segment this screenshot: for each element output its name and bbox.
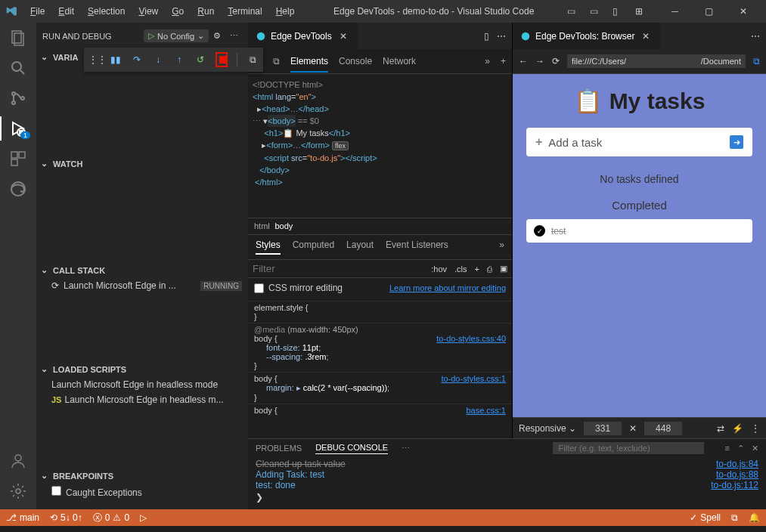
console-filter-input[interactable]	[553, 442, 704, 454]
css-tab-events[interactable]: Event Listeners	[386, 240, 448, 255]
devtools-tab-network[interactable]: Network	[383, 56, 416, 66]
css-filter-input[interactable]	[253, 263, 423, 274]
more-icon[interactable]: ⋯	[230, 31, 242, 41]
settings-icon[interactable]	[9, 482, 27, 500]
device-icon[interactable]: ⧉	[273, 56, 280, 66]
restart-icon[interactable]: ↺	[194, 54, 206, 65]
more-icon[interactable]: ⋮	[751, 423, 760, 434]
source-link[interactable]: to-do.js:84	[716, 459, 758, 469]
page-preview[interactable]: 📋My tasks + Add a task ➜ No tasks define…	[513, 74, 766, 417]
menu-view[interactable]: View	[132, 3, 164, 20]
new-rule-icon[interactable]: +	[475, 264, 479, 274]
source-link[interactable]: to-do.js:88	[716, 469, 758, 480]
editor-tab-devtools[interactable]: Edge DevTools ✕	[248, 23, 358, 49]
rendering-icon[interactable]: ⎙	[487, 264, 492, 274]
css-tab-styles[interactable]: Styles	[256, 240, 281, 255]
watch-section[interactable]: ⌄WATCH	[36, 156, 248, 172]
device-selector[interactable]: Responsive ⌄	[519, 423, 576, 434]
script-item-parent[interactable]: Launch Microsoft Edge in headless mode	[36, 377, 248, 392]
bell-icon[interactable]: 🔔	[749, 512, 760, 523]
gear-icon[interactable]: ⚙	[213, 31, 225, 41]
mirror-link[interactable]: Learn more about mirror editing	[389, 283, 506, 292]
mirror-checkbox[interactable]	[254, 283, 264, 293]
refresh-icon[interactable]: ⟳	[552, 56, 560, 66]
expand-icon[interactable]: »	[499, 240, 504, 255]
css-source-link[interactable]: to-do-styles.css:1	[441, 374, 506, 383]
step-out-icon[interactable]: ↑	[173, 54, 185, 65]
maximize-button[interactable]: ▢	[692, 0, 726, 23]
step-into-icon[interactable]: ↓	[152, 54, 164, 65]
menu-file[interactable]: File	[24, 3, 51, 20]
layout-left-icon[interactable]: ▭	[567, 6, 578, 17]
back-icon[interactable]: ←	[519, 56, 528, 66]
debug-config-selector[interactable]: ▷ No Config ⌄	[144, 29, 209, 42]
close-button[interactable]: ✕	[726, 0, 760, 23]
open-devtools-icon[interactable]: ⧉	[753, 56, 760, 66]
more-icon[interactable]: ⋯	[751, 31, 760, 42]
layout-right-icon[interactable]: ▯	[612, 6, 623, 17]
devtools-tab-elements[interactable]: Elements	[290, 56, 328, 73]
script-item-js[interactable]: JSLaunch Microsoft Edge in headless m...	[36, 392, 248, 407]
screencast-icon[interactable]: ⧉	[247, 54, 259, 65]
hov-toggle[interactable]: :hov	[431, 264, 447, 274]
feedback-icon[interactable]: ⧉	[731, 512, 738, 523]
panel-tab-problems[interactable]: PROBLEMS	[256, 444, 302, 453]
menu-go[interactable]: Go	[166, 3, 190, 20]
devtools-tab-console[interactable]: Console	[339, 56, 372, 66]
source-control-icon[interactable]	[9, 89, 27, 107]
add-task-input[interactable]: + Add a task ➜	[526, 128, 752, 156]
close-icon[interactable]: ✕	[340, 31, 350, 42]
address-bar[interactable]: file:///C:/Users/ /Document	[567, 54, 746, 68]
editor-tab-browser[interactable]: Edge DevTools: Browser ✕	[513, 23, 661, 49]
drag-handle-icon[interactable]: ⋮⋮	[88, 54, 101, 65]
debug-toolbar[interactable]: ⋮⋮ ▮▮ ↷ ↓ ↑ ↺ ⧉	[84, 48, 263, 72]
close-icon[interactable]: ✕	[642, 31, 653, 42]
layout-bottom-icon[interactable]: ▭	[590, 6, 600, 17]
spell-indicator[interactable]: ✓ Spell	[690, 512, 721, 523]
edge-icon[interactable]	[9, 180, 27, 198]
search-icon[interactable]	[9, 59, 27, 77]
dom-tree[interactable]: <!DOCTYPE html> <html lang="en"> ▸<head>…	[248, 74, 512, 218]
throttle-icon[interactable]: ⚡	[732, 423, 743, 434]
callstack-section[interactable]: ⌄CALL STACK	[36, 262, 248, 278]
problems-indicator[interactable]: ⓧ0 ⚠0	[93, 512, 129, 524]
css-source-link[interactable]: to-do-styles.css:40	[436, 334, 506, 343]
branch-indicator[interactable]: ⎇main	[6, 512, 39, 523]
debug-console-output[interactable]: Cleaned up task valueto-do.js:84 Adding …	[248, 457, 766, 509]
layout-grid-icon[interactable]: ⊞	[635, 6, 646, 17]
sync-indicator[interactable]: ⟲5↓ 0↑	[50, 512, 82, 523]
minimize-button[interactable]: ─	[658, 0, 692, 23]
callstack-item[interactable]: ⟳ Launch Microsoft Edge in ... RUNNING	[36, 278, 248, 293]
pause-icon[interactable]: ▮▮	[110, 54, 122, 65]
source-link[interactable]: to-do.js:112	[711, 480, 758, 490]
breakpoint-caught[interactable]: Caught Exceptions	[36, 484, 248, 500]
console-prompt[interactable]: ❯	[256, 490, 758, 503]
caught-exceptions-checkbox[interactable]	[51, 486, 61, 496]
cls-toggle[interactable]: .cls	[454, 264, 467, 274]
menu-run[interactable]: Run	[191, 3, 220, 20]
loaded-scripts-section[interactable]: ⌄LOADED SCRIPTS	[36, 361, 248, 377]
breakpoints-section[interactable]: ⌄BREAKPOINTS	[36, 468, 248, 484]
clear-console-icon[interactable]: ≡	[725, 444, 730, 453]
add-tab-icon[interactable]: +	[501, 56, 506, 66]
menu-help[interactable]: Help	[270, 3, 301, 20]
submit-icon[interactable]: ➜	[730, 135, 743, 149]
collapse-icon[interactable]: ⌃	[737, 444, 744, 453]
debug-status-icon[interactable]: ▷	[140, 512, 147, 523]
split-editor-icon[interactable]: ▯	[484, 31, 489, 42]
stop-icon[interactable]	[216, 52, 228, 67]
step-over-icon[interactable]: ↷	[131, 54, 143, 65]
panel-tab-debug-console[interactable]: DEBUG CONSOLE	[315, 443, 388, 454]
task-item[interactable]: ✓ test	[526, 219, 752, 243]
check-icon[interactable]: ✓	[534, 225, 545, 237]
forward-icon[interactable]: →	[535, 56, 544, 66]
css-tab-computed[interactable]: Computed	[293, 240, 334, 255]
account-icon[interactable]	[9, 452, 27, 470]
expand-icon[interactable]: »	[485, 56, 490, 66]
width-input[interactable]: 331	[584, 422, 622, 435]
close-panel-icon[interactable]: ✕	[752, 444, 758, 453]
menu-selection[interactable]: Selection	[82, 3, 131, 20]
more-icon[interactable]: ⋯	[402, 444, 410, 453]
extensions-icon[interactable]	[9, 150, 27, 168]
explorer-icon[interactable]	[9, 29, 27, 47]
